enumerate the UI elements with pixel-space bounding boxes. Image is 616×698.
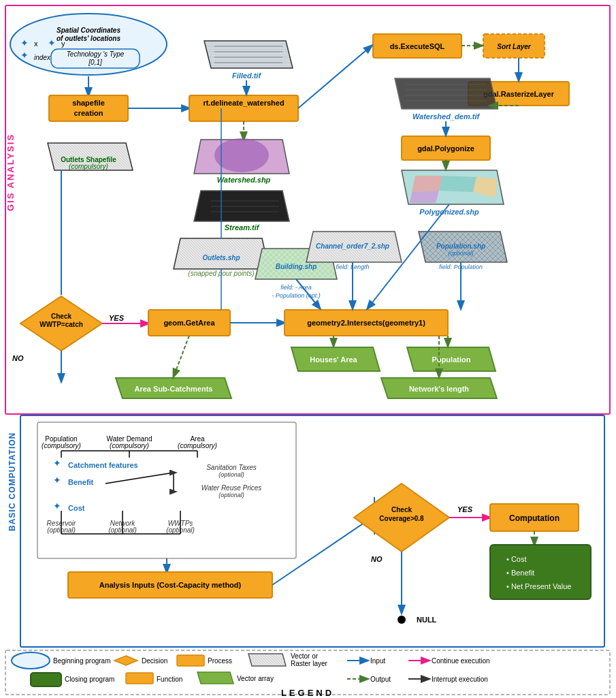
asterisk-icon: ✦ bbox=[20, 37, 29, 48]
legend-process-label: Process bbox=[208, 657, 232, 665]
svg-line-37 bbox=[298, 46, 372, 108]
check-coverage-label2: Coverage>0.8 bbox=[379, 515, 424, 522]
analysis-inputs-label: Analysis Inputs (Cost-Capacity method) bbox=[99, 581, 242, 589]
networks-length-label: Network's length bbox=[409, 385, 469, 393]
asterisk-icon3: ✦ bbox=[20, 50, 29, 61]
legend-title: LEGEND bbox=[281, 688, 334, 698]
svg-marker-26 bbox=[395, 78, 497, 109]
legend-continue-label: Continue execution bbox=[432, 657, 490, 665]
watershed-dem-label: Watershed_dem.tif bbox=[412, 112, 481, 121]
gdal-polygonize-label: gdal.Polygonize bbox=[417, 144, 474, 153]
svg-line-84 bbox=[272, 517, 373, 585]
water-reuse-note: (optional) bbox=[218, 492, 244, 498]
svg-marker-33 bbox=[412, 176, 442, 192]
basic-computation-label: BASIC COMPUTATION bbox=[7, 432, 17, 531]
no-label: NO bbox=[12, 354, 24, 362]
water-reuse-label: Water Reuse Prices bbox=[201, 484, 262, 492]
channel-order-label: Channel_order7_2.shp bbox=[316, 242, 389, 250]
tech-type-value: [0,1] bbox=[88, 59, 102, 66]
coverage-yes-label: YES bbox=[457, 505, 473, 513]
gis-analysis-label: GIS ANALYSIS bbox=[5, 133, 16, 211]
coordinates-label: Spatial Coordinates bbox=[56, 27, 120, 34]
svg-point-16 bbox=[214, 138, 269, 172]
cost-output-label: • Cost bbox=[506, 555, 527, 563]
benefit-output-label: • Benefit bbox=[506, 569, 534, 577]
legend-output-label: Output bbox=[370, 676, 391, 683]
svg-point-91 bbox=[398, 616, 406, 624]
sanitation-taxes-label: Sanitation Taxes bbox=[206, 464, 257, 471]
sort-layer-label: Sort Layer bbox=[497, 43, 532, 50]
population-note: (optional) bbox=[448, 250, 474, 257]
legend-function-label: Function bbox=[157, 676, 182, 683]
svg-marker-17 bbox=[194, 191, 289, 221]
building-shp-label: Building.shp bbox=[276, 263, 317, 270]
svg-marker-36 bbox=[410, 191, 439, 203]
svg-marker-101 bbox=[197, 672, 233, 684]
population-shp-label: Population.shp bbox=[436, 242, 485, 250]
legend-input-label: Input bbox=[370, 657, 385, 665]
population-output-label: Population bbox=[432, 355, 471, 364]
x-label: x bbox=[34, 39, 38, 48]
svg-line-73 bbox=[106, 473, 174, 483]
outlets-shp-label: Outlets.shp bbox=[202, 254, 240, 261]
legend-vector-raster-label: Vector or bbox=[291, 652, 319, 660]
check-wwtp-label: Check bbox=[51, 313, 71, 320]
svg-rect-89 bbox=[490, 545, 591, 599]
stream-tif-label: Stream.tif bbox=[225, 223, 260, 232]
legend-decision-label: Decision bbox=[142, 657, 167, 665]
cost-asterisk: ✦ bbox=[53, 501, 61, 511]
asterisk-icon2: ✦ bbox=[48, 37, 56, 48]
area-subcatchments-label: Area Sub-Catchments bbox=[135, 385, 213, 393]
outlets-shapefile-note: (compulsory) bbox=[69, 163, 108, 170]
population-compulsory: (compulsory) bbox=[42, 442, 81, 449]
geometry2-intersects-label: geometry2.Intersects(geometry1) bbox=[307, 319, 425, 327]
shapefile-creation-label2: creation bbox=[74, 109, 103, 117]
rt-delineate-label: rt.delineate_watershed bbox=[203, 99, 284, 107]
shapefile-creation-label: shapefile bbox=[72, 99, 105, 107]
watershed-shp-label: Watershed.shp bbox=[217, 176, 271, 184]
check-coverage-label: Check bbox=[391, 506, 412, 513]
coverage-no-label: NO bbox=[371, 555, 383, 563]
sanitation-taxes-note: (optional) bbox=[218, 471, 244, 478]
filled-tif-label: Filled.tif bbox=[232, 72, 262, 80]
npv-output-label: • Net Present Value bbox=[506, 582, 571, 590]
svg-rect-95 bbox=[177, 655, 204, 666]
water-demand-compulsory: (compulsory) bbox=[110, 442, 149, 449]
benefit-label: Benefit bbox=[68, 478, 94, 486]
computation-label: Computation bbox=[509, 513, 560, 523]
catchment-features-label: Catchment features bbox=[68, 461, 138, 469]
cost-label: Cost bbox=[68, 504, 85, 512]
check-wwtp-label2: WWTP=catch bbox=[39, 321, 83, 328]
building-fields: field: - Area bbox=[280, 284, 312, 291]
legend-closing-label: Closing program bbox=[65, 676, 114, 683]
area-compulsory: (compulsory) bbox=[178, 442, 217, 449]
svg-marker-34 bbox=[439, 176, 476, 192]
catchment-asterisk: ✦ bbox=[53, 458, 61, 469]
y-label: y bbox=[61, 39, 65, 48]
svg-line-58 bbox=[174, 336, 189, 377]
svg-point-93 bbox=[12, 652, 50, 669]
ds-execute-sql-label: ds.ExecuteSQL bbox=[390, 42, 445, 50]
legend-interrupt-label: Interrupt execution bbox=[432, 676, 488, 683]
index-label: index bbox=[34, 54, 51, 61]
yes-label: YES bbox=[109, 314, 125, 322]
legend-vector-array-label: Vector array bbox=[237, 675, 274, 682]
tech-type-label: Technology 's Type bbox=[67, 50, 125, 58]
svg-marker-94 bbox=[114, 656, 137, 665]
geom-getarea-label: geom.GetArea bbox=[163, 319, 215, 327]
svg-rect-99 bbox=[31, 673, 61, 686]
svg-marker-96 bbox=[248, 654, 286, 666]
svg-marker-8 bbox=[204, 41, 293, 68]
svg-rect-100 bbox=[126, 673, 153, 684]
polygonized-label: Polygonized.shp bbox=[419, 208, 479, 216]
null-label: NULL bbox=[417, 616, 437, 624]
legend-raster-label2: Raster layer bbox=[291, 660, 328, 667]
coordinates-label2: of outlets' locations bbox=[56, 35, 120, 42]
legend-beginning-label: Beginning program bbox=[53, 657, 111, 665]
benefit-asterisk: ✦ bbox=[53, 475, 61, 486]
building-fields2: - Population (opt.) bbox=[272, 292, 321, 299]
houses-area-label: Houses' Area bbox=[310, 355, 357, 364]
